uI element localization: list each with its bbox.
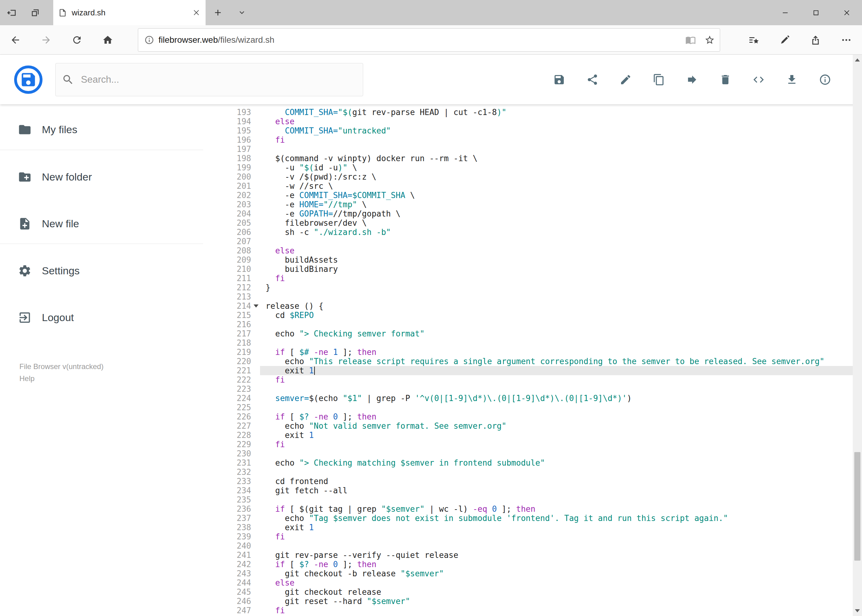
- reading-view-button[interactable]: [686, 35, 696, 45]
- code-view-button[interactable]: [752, 74, 765, 86]
- code-text[interactable]: -e COMMIT_SHA=$COMMIT_SHA \: [260, 191, 862, 200]
- search-box[interactable]: [55, 63, 363, 96]
- code-text[interactable]: [260, 384, 862, 394]
- minimize-button[interactable]: [770, 0, 801, 25]
- hub-favorites-button[interactable]: [739, 25, 769, 55]
- code-text[interactable]: buildBinary: [260, 264, 862, 274]
- code-text[interactable]: $(command -v winpty) docker run --rm -it…: [260, 154, 862, 163]
- code-text[interactable]: [260, 467, 862, 477]
- code-text[interactable]: fi: [260, 440, 862, 449]
- code-text[interactable]: cd frontend: [260, 477, 862, 486]
- scrollbar-thumb[interactable]: [854, 452, 860, 561]
- code-text[interactable]: semver=$(echo "$1" | grep -P '^v(0|[1-9]…: [260, 394, 862, 403]
- code-text[interactable]: buildAssets: [260, 255, 862, 264]
- maximize-button[interactable]: [801, 0, 831, 25]
- code-text[interactable]: -u "$(id -u)" \: [260, 163, 862, 172]
- new-tab-button[interactable]: [206, 0, 230, 25]
- code-text[interactable]: else: [260, 117, 862, 126]
- info-button[interactable]: [819, 74, 831, 86]
- code-text[interactable]: [260, 320, 862, 329]
- scrollbar-up-button[interactable]: [853, 55, 862, 65]
- sidebar-item-settings[interactable]: Settings: [18, 255, 80, 286]
- code-text[interactable]: [260, 403, 862, 412]
- back-button[interactable]: [0, 25, 31, 55]
- sidebar-item-logout[interactable]: Logout: [18, 302, 74, 333]
- code-text[interactable]: [260, 495, 862, 504]
- code-text[interactable]: [260, 449, 862, 458]
- code-text[interactable]: fi: [260, 274, 862, 283]
- code-line: 197: [203, 145, 862, 154]
- code-text[interactable]: if [ $# -ne 1 ]; then: [260, 347, 862, 357]
- move-button[interactable]: [686, 74, 698, 86]
- code-text[interactable]: cd $REPO: [260, 311, 862, 320]
- code-text[interactable]: sh -c "./wizard.sh -b": [260, 228, 862, 237]
- code-text[interactable]: COMMIT_SHA="untracked": [260, 126, 862, 135]
- tabs-preview-button[interactable]: [24, 0, 47, 25]
- code-text[interactable]: [260, 145, 862, 154]
- sidebar-item-new-folder[interactable]: New folder: [18, 162, 92, 192]
- share-page-button[interactable]: [800, 25, 831, 55]
- sidebar-item-my-files[interactable]: My files: [18, 114, 77, 145]
- code-text[interactable]: git checkout -b release "$semver": [260, 569, 862, 578]
- code-text[interactable]: git rev-parse --verify --quiet release: [260, 550, 862, 560]
- fold-marker-icon[interactable]: [254, 305, 258, 308]
- code-text[interactable]: exit 1: [260, 523, 862, 532]
- code-text[interactable]: fi: [260, 532, 862, 541]
- code-text[interactable]: git checkout release: [260, 588, 862, 597]
- code-text[interactable]: exit 1: [260, 366, 862, 375]
- copy-button[interactable]: [653, 74, 665, 86]
- save-button[interactable]: [553, 74, 565, 86]
- site-info-button[interactable]: [144, 35, 154, 45]
- tab-preview-chevron-button[interactable]: [230, 0, 254, 25]
- code-text[interactable]: echo "Not valid semver format. See semve…: [260, 421, 862, 431]
- code-text[interactable]: fi: [260, 606, 862, 615]
- help-link[interactable]: Help: [19, 372, 103, 384]
- close-window-button[interactable]: [831, 0, 862, 25]
- filebrowser-logo[interactable]: [14, 65, 43, 94]
- more-options-button[interactable]: [831, 25, 862, 55]
- code-text[interactable]: echo "> Checking semver format": [260, 329, 862, 338]
- code-text[interactable]: release () {: [260, 302, 862, 311]
- code-text[interactable]: else: [260, 246, 862, 255]
- code-text[interactable]: else: [260, 578, 862, 588]
- code-text[interactable]: echo "> Checking matching $semver in fro…: [260, 458, 862, 467]
- address-bar[interactable]: filebrowser.web/files/wizard.sh: [138, 28, 720, 52]
- code-text[interactable]: if [ $? -ne 0 ]; then: [260, 560, 862, 569]
- add-favorite-button[interactable]: [704, 35, 715, 45]
- code-text[interactable]: -e HOME="//tmp" \: [260, 200, 862, 209]
- scrollbar-down-button[interactable]: [853, 605, 862, 616]
- code-text[interactable]: -v /$(pwd):/src:z \: [260, 172, 862, 181]
- code-text[interactable]: COMMIT_SHA="$(git rev-parse HEAD | cut -…: [260, 108, 862, 117]
- code-text[interactable]: if [ $? -ne 0 ]; then: [260, 412, 862, 421]
- code-text[interactable]: echo "This release script requires a sin…: [260, 357, 862, 366]
- code-text[interactable]: [260, 237, 862, 246]
- code-text[interactable]: git fetch --all: [260, 486, 862, 495]
- code-text[interactable]: git reset --hard "$semver": [260, 597, 862, 606]
- refresh-button[interactable]: [61, 25, 92, 55]
- code-text[interactable]: if [ $(git tag | grep "$semver" | wc -l)…: [260, 504, 862, 514]
- download-button[interactable]: [786, 74, 798, 86]
- search-input[interactable]: [81, 74, 346, 85]
- line-number: 234: [203, 486, 260, 495]
- home-button[interactable]: [92, 25, 123, 55]
- code-text[interactable]: [260, 338, 862, 347]
- code-text[interactable]: [260, 541, 862, 550]
- set-tabs-aside-button[interactable]: [0, 0, 24, 25]
- code-text[interactable]: fi: [260, 375, 862, 384]
- edit-button[interactable]: [619, 74, 632, 86]
- code-text[interactable]: echo "Tag $semver does not exist in subm…: [260, 514, 862, 523]
- forward-button[interactable]: [31, 25, 61, 55]
- code-text[interactable]: -e GOPATH=//tmp/gopath \: [260, 209, 862, 218]
- delete-button[interactable]: [719, 74, 731, 86]
- browser-tab[interactable]: wizard.sh: [53, 0, 206, 25]
- code-text[interactable]: -w //src \: [260, 181, 862, 191]
- code-text[interactable]: exit 1: [260, 431, 862, 440]
- code-text[interactable]: [260, 292, 862, 302]
- share-button[interactable]: [586, 74, 599, 86]
- code-text[interactable]: }: [260, 283, 862, 292]
- code-text[interactable]: filebrowser/dev \: [260, 218, 862, 228]
- code-text[interactable]: fi: [260, 135, 862, 145]
- sidebar-item-new-file[interactable]: New file: [18, 208, 79, 239]
- tab-close-button[interactable]: [192, 8, 201, 17]
- web-notes-button[interactable]: [769, 25, 800, 55]
